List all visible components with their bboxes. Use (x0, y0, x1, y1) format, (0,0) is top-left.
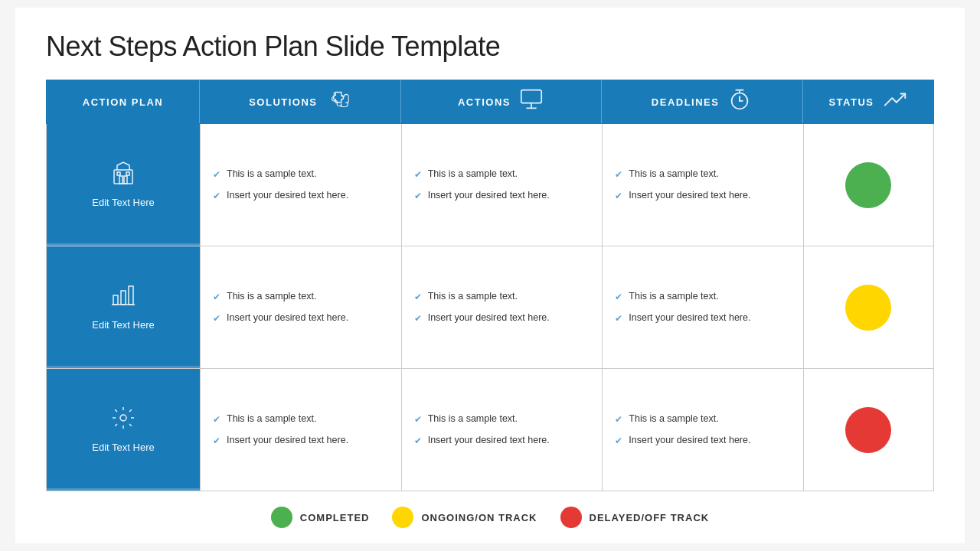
deadlines-cell-1: ✔ This is a sample text. ✔ Insert your d… (602, 124, 803, 246)
status-indicator-yellow (845, 285, 891, 331)
check-icon: ✔ (615, 168, 622, 181)
legend-circle-red (560, 507, 582, 528)
legend-item-delayed: DELAYED/OFF TRACK (560, 507, 710, 528)
action-cell-2[interactable]: Edit Text Here (47, 246, 200, 368)
check-icon: ✔ (213, 190, 220, 203)
chart-icon (109, 282, 137, 313)
bullet-item: ✔ Insert your desired text here. (615, 434, 791, 448)
header-solutions: SOLUTIONS (200, 80, 401, 123)
check-icon: ✔ (213, 168, 220, 181)
monitor-icon (518, 86, 544, 117)
deadlines-cell-3: ✔ This is a sample text. ✔ Insert your d… (602, 369, 803, 491)
svg-rect-0 (521, 90, 541, 103)
check-icon: ✔ (414, 312, 422, 325)
check-icon: ✔ (615, 435, 622, 448)
bullet-item: ✔ This is a sample text. (615, 412, 791, 426)
check-icon: ✔ (615, 291, 622, 304)
status-indicator-green (845, 162, 891, 208)
header-status: STATUS (803, 80, 933, 123)
check-icon: ✔ (213, 291, 220, 304)
legend-circle-yellow (392, 507, 413, 528)
action-label-2: Edit Text Here (92, 319, 154, 331)
svg-rect-8 (119, 176, 122, 184)
slide: Next Steps Action Plan Slide Template AC… (15, 8, 965, 543)
trending-icon (882, 86, 908, 117)
puzzle-icon (325, 86, 351, 117)
check-icon: ✔ (414, 435, 422, 448)
bullet-item: ✔ Insert your desired text here. (414, 311, 590, 325)
check-icon: ✔ (213, 413, 220, 426)
check-icon: ✔ (615, 190, 622, 203)
action-label-3: Edit Text Here (92, 442, 154, 453)
legend: COMPLETED ONGOING/ON TRACK DELAYED/OFF T… (46, 502, 934, 528)
legend-item-ongoing: ONGOING/ON TRACK (392, 507, 537, 528)
legend-label-ongoing: ONGOING/ON TRACK (421, 512, 537, 523)
status-cell-3 (803, 369, 933, 491)
bullet-item: ✔ This is a sample text. (213, 168, 389, 181)
svg-rect-9 (124, 176, 127, 184)
svg-rect-14 (129, 286, 133, 305)
check-icon: ✔ (414, 168, 422, 181)
check-icon: ✔ (213, 435, 220, 448)
svg-rect-12 (113, 295, 118, 305)
bullet-item: ✔ Insert your desired text here. (213, 189, 389, 203)
table-row: Edit Text Here ✔ This is a sample text. … (46, 246, 934, 369)
solutions-cell-2: ✔ This is a sample text. ✔ Insert your d… (200, 246, 401, 368)
legend-circle-green (271, 507, 292, 528)
bullet-item: ✔ This is a sample text. (615, 290, 791, 304)
status-indicator-red (845, 407, 891, 453)
bullet-item: ✔ This is a sample text. (213, 412, 389, 426)
check-icon: ✔ (615, 413, 622, 426)
bullet-item: ✔ Insert your desired text here. (213, 434, 389, 448)
action-cell-3[interactable]: Edit Text Here (47, 369, 200, 491)
bullet-item: ✔ Insert your desired text here. (615, 189, 791, 203)
solutions-cell-1: ✔ This is a sample text. ✔ Insert your d… (200, 124, 401, 246)
table-row: Edit Text Here ✔ This is a sample text. … (46, 369, 934, 491)
bullet-item: ✔ This is a sample text. (615, 168, 791, 181)
bullet-item: ✔ This is a sample text. (414, 290, 590, 304)
table-header: ACTION PLAN SOLUTIONS ACTIONS (46, 80, 934, 124)
svg-rect-10 (117, 172, 120, 175)
bullet-item: ✔ This is a sample text. (414, 412, 590, 426)
bullet-item: ✔ Insert your desired text here. (615, 311, 791, 325)
header-actions: ACTIONS (401, 80, 603, 123)
check-icon: ✔ (414, 291, 422, 304)
legend-item-completed: COMPLETED (271, 507, 370, 528)
svg-rect-13 (121, 291, 126, 305)
actions-cell-2: ✔ This is a sample text. ✔ Insert your d… (401, 246, 603, 368)
bullet-item: ✔ This is a sample text. (414, 168, 590, 181)
check-icon: ✔ (213, 312, 220, 325)
gear-icon (109, 404, 137, 435)
solutions-cell-3: ✔ This is a sample text. ✔ Insert your d… (200, 369, 401, 491)
deadlines-cell-2: ✔ This is a sample text. ✔ Insert your d… (602, 246, 803, 368)
status-cell-2 (803, 246, 933, 368)
status-cell-1 (803, 124, 933, 246)
building-icon (109, 159, 137, 191)
legend-label-completed: COMPLETED (300, 512, 370, 523)
table: ACTION PLAN SOLUTIONS ACTIONS (46, 80, 934, 491)
actions-cell-1: ✔ This is a sample text. ✔ Insert your d… (401, 124, 603, 246)
table-row: Edit Text Here ✔ This is a sample text. … (46, 124, 934, 246)
svg-point-16 (120, 415, 126, 421)
legend-label-delayed: DELAYED/OFF TRACK (590, 512, 710, 523)
action-cell-1[interactable]: Edit Text Here (47, 124, 200, 246)
timer-icon (727, 86, 753, 117)
slide-title: Next Steps Action Plan Slide Template (46, 31, 934, 63)
actions-cell-3: ✔ This is a sample text. ✔ Insert your d… (401, 369, 603, 491)
bullet-item: ✔ Insert your desired text here. (213, 311, 389, 325)
header-action-plan: ACTION PLAN (47, 80, 200, 123)
bullet-item: ✔ Insert your desired text here. (414, 434, 590, 448)
bullet-item: ✔ Insert your desired text here. (414, 189, 590, 203)
check-icon: ✔ (414, 413, 422, 426)
bullet-item: ✔ This is a sample text. (213, 290, 389, 304)
svg-rect-11 (126, 172, 129, 175)
check-icon: ✔ (615, 312, 622, 325)
check-icon: ✔ (414, 190, 422, 203)
header-deadlines: DEADLINES (602, 80, 803, 123)
action-label-1: Edit Text Here (92, 197, 154, 208)
table-body: Edit Text Here ✔ This is a sample text. … (46, 124, 934, 491)
